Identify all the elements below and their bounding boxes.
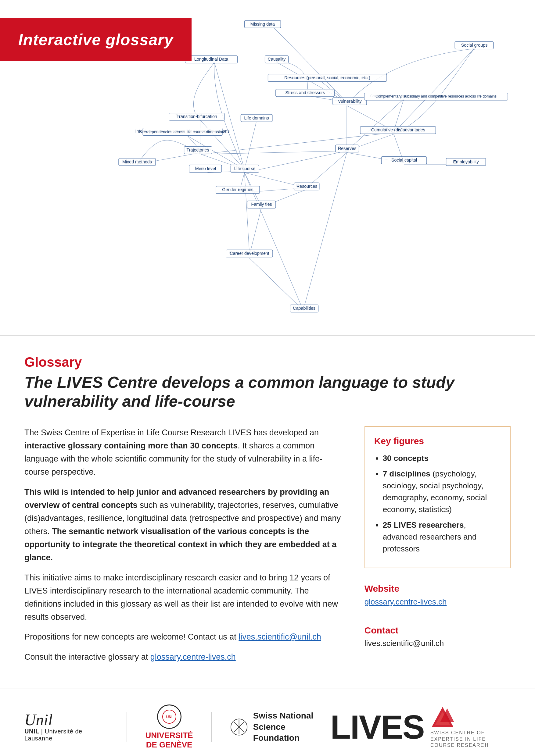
svg-text:Cumulative (dis)advantages: Cumulative (dis)advantages [371, 127, 425, 132]
key-figures-box: Key figures 30 concepts 7 disciplines (p… [364, 426, 511, 568]
website-box: Website glossary.centre-lives.ch [364, 577, 511, 613]
svg-text:Family ties: Family ties [251, 202, 272, 207]
two-column-layout: The Swiss Centre of Expertise in Life Co… [24, 426, 511, 670]
website-title: Website [364, 583, 511, 594]
hero-title-box: Interactive glossary [0, 18, 191, 61]
svg-text:Capabilities: Capabilities [293, 306, 315, 310]
svg-text:Stress and stressors: Stress and stressors [285, 90, 325, 95]
hero-section: Interactive glossary [0, 0, 535, 335]
unige-logo: UNI UNIVERSITÉ DE GENÈVE [146, 705, 193, 750]
content-section: Glossary The LIVES Centre develops a com… [0, 335, 535, 688]
consult-text: Consult the interactive glossary at glos… [24, 651, 346, 663]
svg-text:Trajectories: Trajectories [187, 148, 209, 152]
svg-text:Life domains: Life domains [244, 116, 269, 121]
svg-text:Vulnerability: Vulnerability [338, 99, 362, 104]
key-figure-2: 7 disciplines (psychology, sociology, so… [383, 468, 501, 516]
svg-text:Social capital: Social capital [391, 158, 417, 162]
website-link[interactable]: glossary.centre-lives.ch [364, 597, 447, 606]
lives-big-text: LIVES [330, 710, 424, 744]
svg-line-7 [347, 99, 404, 151]
svg-text:Reserves: Reserves [338, 146, 356, 151]
lives-subtitle: SWISS CENTRE OF EXPERTISE IN LIFE COURSE… [430, 730, 511, 749]
svg-text:UNI: UNI [166, 715, 172, 719]
svg-text:Resources (personal, social, e: Resources (personal, social, economic, e… [285, 75, 370, 80]
lives-logo: LIVES SWISS CENTRE OF EXPERTISE IN LIFE … [330, 705, 511, 749]
svg-text:Mixed methods: Mixed methods [122, 159, 152, 164]
snf-icon [230, 718, 248, 736]
key-figures-list: 30 concepts 7 disciplines (psychology, s… [374, 452, 501, 555]
svg-line-34 [394, 49, 474, 133]
para-1: The Swiss Centre of Expertise in Life Co… [24, 426, 346, 479]
svg-line-17 [201, 151, 347, 154]
side-column: Key figures 30 concepts 7 disciplines (p… [364, 426, 511, 670]
hero-title: Interactive glossary [18, 31, 173, 49]
para-2: This wiki is intended to help junior and… [24, 486, 346, 565]
glossary-link[interactable]: glossary.centre-lives.ch [150, 652, 236, 662]
para-3: This initiative aims to make interdiscip… [24, 571, 346, 624]
svg-text:Transition-bifurcation: Transition-bifurcation [177, 114, 217, 119]
key-figures-title: Key figures [374, 436, 501, 446]
unil-script-text: Unil [24, 712, 52, 728]
key-figure-1: 30 concepts [383, 452, 501, 464]
svg-text:Interdependencies across life : Interdependencies across life course dim… [139, 129, 227, 134]
svg-text:Causality: Causality [268, 57, 286, 62]
section-headline: The LIVES Centre develops a common langu… [24, 373, 511, 411]
unige-emblem: UNI [157, 705, 182, 729]
svg-text:Complementary, subsidiary and : Complementary, subsidiary and competitiv… [376, 94, 496, 98]
propositions-text: Propositions for new concepts are welcom… [24, 631, 346, 643]
svg-line-26 [307, 153, 347, 188]
section-label: Glossary [24, 355, 511, 370]
svg-line-11 [245, 122, 257, 170]
footer: Unil UNIL | Université de Lausanne UNI U… [0, 688, 535, 756]
contact-title: Contact [364, 625, 511, 635]
svg-text:Longitudinal Data: Longitudinal Data [194, 57, 228, 62]
contact-email: lives.scientific@unil.ch [364, 639, 511, 648]
contact-box: Contact lives.scientific@unil.ch [364, 619, 511, 654]
footer-logos: Unil UNIL | Université de Lausanne UNI U… [24, 705, 330, 750]
key-figure-3: 25 LIVES researchers, advanced researche… [383, 519, 501, 555]
svg-text:Social groups: Social groups [461, 43, 488, 47]
unil-sub-text: UNIL | Université de Lausanne [24, 728, 108, 742]
svg-text:Employability: Employability [453, 159, 479, 164]
svg-line-31 [249, 258, 303, 310]
svg-text:Resources: Resources [296, 184, 317, 189]
svg-text:Meso level: Meso level [195, 166, 216, 171]
footer-divider-1 [127, 712, 127, 742]
svg-line-30 [249, 208, 261, 255]
svg-line-20 [245, 151, 347, 173]
snf-logo: Swiss National Science Foundation [230, 710, 331, 743]
svg-line-33 [303, 153, 347, 310]
svg-text:Life course: Life course [234, 166, 256, 171]
contact-email-link[interactable]: lives.scientific@unil.ch [239, 632, 321, 641]
main-column: The Swiss Centre of Expertise in Life Co… [24, 426, 346, 670]
lives-star-area: SWISS CENTRE OF EXPERTISE IN LIFE COURSE… [430, 705, 511, 749]
footer-divider-2 [211, 712, 212, 742]
snf-text: Swiss National Science Foundation [253, 710, 330, 743]
svg-text:Career development: Career development [230, 251, 269, 256]
svg-text:Missing data: Missing data [250, 22, 275, 27]
unige-text: UNIVERSITÉ DE GENÈVE [146, 731, 193, 750]
lives-star-icon [430, 705, 455, 730]
svg-line-24 [245, 173, 250, 255]
unil-logo: Unil UNIL | Université de Lausanne [24, 712, 108, 742]
svg-text:Gender regimes: Gender regimes [222, 187, 253, 192]
